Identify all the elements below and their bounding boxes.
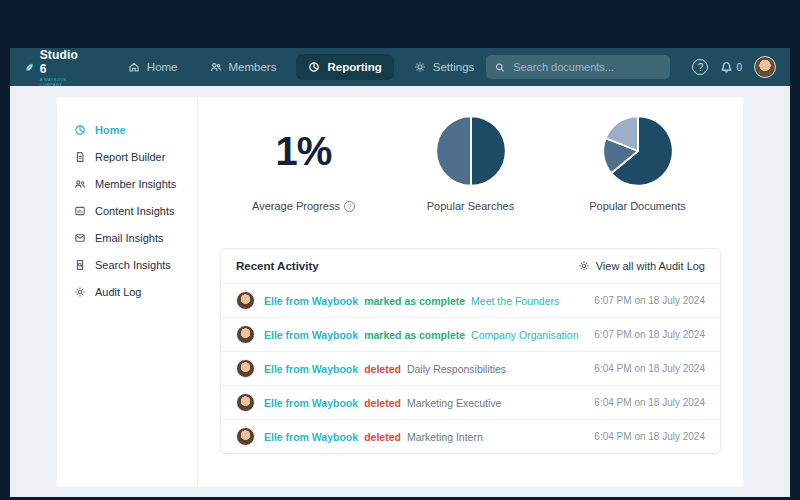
logo-title: Studio 6 bbox=[40, 48, 82, 76]
activity-row: Elle from Waybook deleted Daily Responsi… bbox=[221, 351, 720, 385]
avatar bbox=[236, 393, 255, 412]
sidebar-item-member-insights[interactable]: Member Insights bbox=[74, 170, 197, 197]
avatar bbox=[236, 359, 255, 378]
recent-activity-title: Recent Activity bbox=[236, 260, 319, 272]
activity-action: marked as complete bbox=[364, 295, 465, 307]
settings-icon bbox=[414, 61, 426, 73]
nav-item-reporting[interactable]: Reporting bbox=[296, 54, 393, 80]
activity-target-link[interactable]: Meet the Founders bbox=[471, 295, 559, 307]
app-logo[interactable]: Studio 6 A WAYBOOK COMPANY bbox=[24, 48, 82, 87]
activity-user-link[interactable]: Elle from Waybook bbox=[264, 329, 358, 341]
activity-action: marked as complete bbox=[364, 329, 465, 341]
activity-timestamp: 6:04 PM on 18 July 2024 bbox=[594, 397, 705, 408]
average-progress-stat: 1% Average Progress ? bbox=[220, 111, 387, 212]
page-content: Home Report Builder Member Insights bbox=[10, 86, 790, 497]
dashboard-card: Home Report Builder Member Insights bbox=[57, 97, 743, 487]
people-icon bbox=[74, 178, 86, 190]
bell-icon bbox=[720, 61, 733, 74]
pie-chart-icon bbox=[74, 124, 86, 136]
activity-timestamp: 6:04 PM on 18 July 2024 bbox=[594, 363, 705, 374]
sidebar-item-content-insights[interactable]: Content Insights bbox=[74, 197, 197, 224]
activity-action: deleted bbox=[364, 397, 401, 409]
nav-item-members[interactable]: Members bbox=[198, 54, 289, 80]
activity-target-link[interactable]: Company Organisation bbox=[471, 329, 578, 341]
average-progress-label: Average Progress bbox=[252, 200, 340, 212]
activity-action: deleted bbox=[364, 431, 401, 443]
popular-searches-label: Popular Searches bbox=[427, 200, 514, 212]
activity-row: Elle from Waybook deleted Marketing Inte… bbox=[221, 419, 720, 453]
sidebar: Home Report Builder Member Insights bbox=[57, 97, 198, 487]
nav-item-settings[interactable]: Settings bbox=[402, 54, 487, 80]
popular-searches-stat: Popular Searches bbox=[387, 111, 554, 212]
main-panel: 1% Average Progress ? Popular Searches bbox=[198, 97, 743, 487]
notifications-button[interactable]: 0 bbox=[720, 61, 742, 74]
top-navbar: Studio 6 A WAYBOOK COMPANY Home Members bbox=[10, 48, 790, 86]
activity-row: Elle from Waybook marked as complete Com… bbox=[221, 317, 720, 351]
activity-timestamp: 6:04 PM on 18 July 2024 bbox=[594, 431, 705, 442]
recent-activity-card: Recent Activity View all with Audit Log bbox=[220, 248, 721, 454]
activity-action: deleted bbox=[364, 363, 401, 375]
audit-log-icon bbox=[74, 286, 86, 298]
notifications-count: 0 bbox=[736, 62, 742, 73]
stats-row: 1% Average Progress ? Popular Searches bbox=[220, 111, 721, 212]
members-icon bbox=[210, 61, 222, 73]
info-icon[interactable]: ? bbox=[344, 201, 355, 212]
sidebar-item-report-builder[interactable]: Report Builder bbox=[74, 143, 197, 170]
activity-user-link[interactable]: Elle from Waybook bbox=[264, 295, 358, 307]
avatar bbox=[236, 325, 255, 344]
activity-row: Elle from Waybook deleted Marketing Exec… bbox=[221, 385, 720, 419]
user-avatar[interactable] bbox=[754, 56, 776, 78]
activity-user-link[interactable]: Elle from Waybook bbox=[264, 363, 358, 375]
document-icon bbox=[74, 151, 86, 163]
activity-timestamp: 6:07 PM on 18 July 2024 bbox=[594, 295, 705, 306]
document-search-icon bbox=[74, 259, 86, 271]
avatar bbox=[236, 291, 255, 310]
logo-subtitle: A WAYBOOK COMPANY bbox=[40, 77, 82, 87]
home-icon bbox=[128, 61, 140, 73]
avatar bbox=[236, 427, 255, 446]
search-input[interactable] bbox=[513, 61, 661, 73]
search-bar[interactable] bbox=[486, 55, 670, 79]
main-nav: Home Members Reporting Settings bbox=[116, 54, 487, 80]
app-window: Studio 6 A WAYBOOK COMPANY Home Members bbox=[10, 48, 790, 497]
bar-chart-icon bbox=[74, 205, 86, 217]
reporting-icon bbox=[308, 61, 320, 73]
activity-target: Marketing Executive bbox=[407, 397, 502, 409]
activity-target: Daily Responsibilities bbox=[407, 363, 506, 375]
view-all-audit-log-link[interactable]: View all with Audit Log bbox=[578, 260, 705, 272]
popular-documents-label: Popular Documents bbox=[589, 200, 686, 212]
nav-item-home[interactable]: Home bbox=[116, 54, 190, 80]
average-progress-value: 1% bbox=[276, 129, 332, 174]
leaf-logo-icon bbox=[24, 61, 35, 74]
activity-user-link[interactable]: Elle from Waybook bbox=[264, 397, 358, 409]
audit-log-icon bbox=[578, 260, 590, 272]
mail-icon bbox=[74, 232, 86, 244]
sidebar-item-audit-log[interactable]: Audit Log bbox=[74, 278, 197, 305]
popular-documents-pie-chart bbox=[601, 114, 675, 188]
sidebar-item-email-insights[interactable]: Email Insights bbox=[74, 224, 197, 251]
activity-user-link[interactable]: Elle from Waybook bbox=[264, 431, 358, 443]
activity-row: Elle from Waybook marked as complete Mee… bbox=[221, 283, 720, 317]
activity-target: Marketing Intern bbox=[407, 431, 483, 443]
search-icon bbox=[495, 62, 505, 73]
sidebar-item-search-insights[interactable]: Search Insights bbox=[74, 251, 197, 278]
sidebar-item-home[interactable]: Home bbox=[74, 116, 197, 143]
help-button[interactable]: ? bbox=[692, 59, 708, 75]
popular-documents-stat: Popular Documents bbox=[554, 111, 721, 212]
activity-timestamp: 6:07 PM on 18 July 2024 bbox=[594, 329, 705, 340]
popular-searches-pie-chart bbox=[434, 114, 508, 188]
